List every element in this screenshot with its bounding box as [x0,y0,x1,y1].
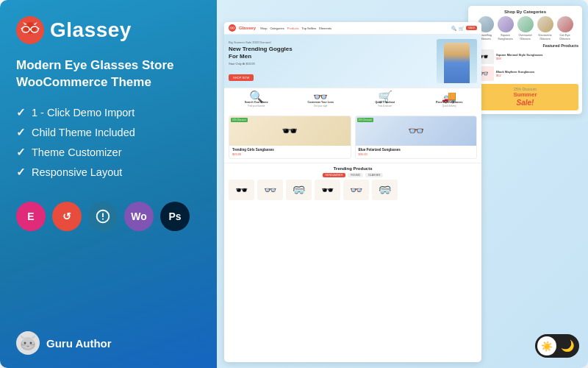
logo-text: Glassey [50,18,132,42]
service-customize-name: Customize Your Lens [308,101,334,104]
hero-button[interactable]: SHOP NOW [229,74,254,81]
service-customize-desc: Get your style [314,105,328,107]
service-checkout-desc: Fast & secure [378,105,392,107]
svg-point-13 [30,342,32,344]
product-card-2: 👓 25% Discount Blue Polarized Sunglasses… [355,116,478,159]
products-row: 🕶️ 25% Discount Trending Girls Sunglasse… [224,112,481,163]
trending-section: Trending Products SUNGLASSES ROUND GLASS… [224,163,481,203]
cat-item-3: Oversized Glasses [517,16,534,40]
nav-link-topsellers: Top Sellers [302,26,317,30]
mini-logo: Glassey [229,24,256,32]
cat-circle-2 [498,16,514,32]
service-delivery-name: Receive Your Glasses [436,101,462,104]
cart-checkout-icon: 🛒 [381,93,390,100]
feat-info-1: Square Minimal Style Sunglasses $38 [496,53,578,60]
right-panel: Shop By Categories Travelling Glasses Sq… [217,0,588,368]
cart-icon: 🛒 [459,26,464,31]
glasses-icon: 👓 [316,93,325,100]
cat-circle-3 [517,16,534,32]
logo-icon [16,16,44,44]
trending-item-2: 👓 [257,180,283,200]
glasses-emoji-2: 👓 [408,123,424,139]
tagline: Modern Eye Glasses Store WooCommerce The… [16,57,201,91]
service-checkout: 🛒 Quick Checkout Fast & secure [353,91,417,109]
services-row: 🔍 Search Your Frame Find your favorite 👓… [224,88,481,112]
featured-products-title: Featured Products [472,43,578,48]
cat-label-3: Oversized Glasses [517,33,534,40]
service-customize: 👓 Customize Your Lens Get your style [289,91,354,109]
cat-item-4: Geometric Glasses [537,16,554,40]
service-search-name: Search Your Frame [245,101,268,104]
categories-panel: Shop By Categories Travelling Glasses Sq… [468,6,582,114]
trending-item-5: 👓 [343,180,369,200]
categories-row: Travelling Glasses Square Sunglasses Ove… [472,16,578,40]
svg-line-5 [21,28,22,29]
badge-wordpress [88,202,118,231]
featured-item-1: 🕶️ Square Minimal Style Sunglasses $38 [472,49,578,64]
trending-item-4: 🕶️ [315,180,340,200]
service-delivery: 🚚 Receive Your Glasses Quick delivery [417,91,482,109]
product-badge-1: 25% Discount [231,118,248,122]
delivery-icon: 🚚 [445,93,453,100]
service-checkout-name: Quick Checkout [375,101,395,104]
featured-item-2: 👓 Black Wayfarer Sunglasses $52 [472,66,578,81]
feature-item-3: ✓ Theme Customizer [16,146,201,159]
guru-icon [16,331,40,355]
badge-photoshop: Ps [160,202,190,231]
feat-info-2: Black Wayfarer Sunglasses $52 [496,70,578,77]
hero-text: Big Summer Sale 2022 Demand New Trending… [229,40,437,82]
search-glasses-icon: 🔍 [252,93,261,100]
cat-label-4: Geometric Glasses [537,33,554,40]
nav-link-categories: Categories [270,26,284,30]
mini-nav-links: Shop Categories Products Top Sellers Ele… [260,26,447,30]
cat-label-5: Cat Eye Glasses [556,33,574,40]
light-mode-indicator: ☀️ [537,336,556,355]
features-list: ✓ 1 - Click Demo Import ✓ Child Theme In… [16,106,201,185]
trending-tab-sunglasses[interactable]: SUNGLASSES [323,173,346,177]
cat-item-5: Cat Eye Glasses [556,16,574,40]
badge-woo: Wo [124,202,154,231]
product-name-2: Blue Polarized Sunglasses [359,148,474,152]
service-delivery-desc: Quick delivery [442,105,456,107]
trending-tabs: SUNGLASSES ROUND GLASSES [229,173,477,177]
tech-badges: E ↺ Wo Ps [16,202,201,231]
nav-link-products: Products [287,26,299,30]
cat-item-2: Square Sunglasses [497,16,514,40]
mini-cart-icons: 🔍 🛒 SALE [451,26,477,31]
mini-nav: Glassey Shop Categories Products Top Sel… [224,22,481,35]
feature-item-1: ✓ 1 - Click Demo Import [16,106,201,119]
guru-row: Guru Author [16,331,201,355]
dark-mode-indicator: 🌙 [559,336,578,355]
hero-price: Start Only At $19.00 [229,62,437,66]
trending-tab-round[interactable]: ROUND [348,173,363,177]
check-icon-1: ✓ [16,106,26,119]
trending-item-6: 🥽 [372,180,398,200]
categories-title: Shop By Categories [472,10,578,14]
svg-point-14 [27,344,29,345]
check-icon-2: ✓ [16,126,26,139]
dark-mode-toggle[interactable]: ☀️ 🌙 [535,334,579,358]
product-card-1: 🕶️ 25% Discount Trending Girls Sunglasse… [229,116,351,159]
check-icon-4: ✓ [16,166,26,179]
hero-image [437,39,477,83]
hero-person-illustration [437,39,477,83]
badge-customizer: ↺ [52,202,82,231]
cat-circle-5 [557,16,573,32]
trending-items: 🕶️ 👓 🥽 🕶️ 👓 🥽 [229,180,477,200]
trending-tab-glasses[interactable]: GLASSES [365,173,383,177]
search-icon: 🔍 [451,26,456,31]
featured-products-list: 🕶️ Square Minimal Style Sunglasses $38 👓… [472,49,578,81]
trending-title: Trending Products [229,166,477,171]
wp-icon [95,208,111,224]
summer-sale-badge: 25% Discount Summer Sale! [472,84,578,110]
feature-item-4: ✓ Responsive Layout [16,166,201,179]
product-name-1: Trending Girls Sunglasses [232,148,348,152]
product-img-2: 👓 25% Discount [356,116,477,146]
glasses-emoji-1: 🕶️ [282,123,298,139]
nav-link-shop: Shop [260,26,267,30]
left-panel: Glassey Modern Eye Glasses Store WooComm… [0,0,217,368]
cat-circle-4 [537,16,553,32]
product-badge-2: 25% Discount [357,118,374,122]
service-search-desc: Find your favorite [248,105,265,107]
product-info-2: Blue Polarized Sunglasses $35.00 [356,146,477,158]
